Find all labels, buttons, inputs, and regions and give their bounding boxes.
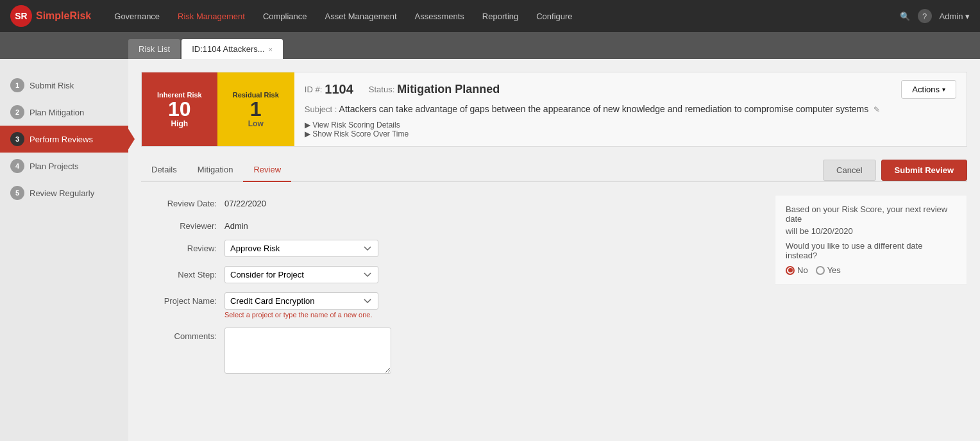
edit-icon[interactable]: ✎ xyxy=(874,105,880,114)
different-date-radio-group: No Yes xyxy=(786,265,956,275)
form-left-column: Review Date: 07/22/2020 Reviewer: Admin … xyxy=(141,195,723,383)
review-date-value: 07/22/2020 xyxy=(224,195,266,208)
next-step-row: Next Step: Consider for Project Monitor … xyxy=(141,266,723,283)
comments-label: Comments: xyxy=(141,328,224,341)
actions-button[interactable]: Actions ▾ xyxy=(901,80,956,99)
nav-right: 🔍 ? Admin ▾ xyxy=(900,9,970,23)
tab-bar: Risk List ID:1104 Attackers... × xyxy=(0,32,980,59)
review-form: Review Date: 07/22/2020 Reviewer: Admin … xyxy=(141,195,967,383)
radio-no[interactable]: No xyxy=(786,265,808,275)
sidebar-num-1: 1 xyxy=(10,78,24,92)
view-scoring-link[interactable]: ▶ View Risk Scoring Details xyxy=(305,121,956,129)
admin-menu[interactable]: Admin ▾ xyxy=(940,12,970,21)
comments-textarea[interactable] xyxy=(224,328,391,374)
tab-risk-detail[interactable]: ID:1104 Attackers... × xyxy=(182,39,283,59)
sidebar-num-4: 4 xyxy=(10,159,24,173)
nav-governance[interactable]: Governance xyxy=(106,6,167,26)
show-over-time-link[interactable]: ▶ Show Risk Score Over Time xyxy=(305,129,956,138)
nav-compliance[interactable]: Compliance xyxy=(255,6,315,26)
nav-asset-management[interactable]: Asset Management xyxy=(317,6,405,26)
tab-review[interactable]: Review xyxy=(243,160,291,182)
project-name-select[interactable]: Credit Card Encryption Project A Project… xyxy=(224,292,378,310)
sidebar-num-3: 3 xyxy=(10,132,24,146)
sidebar-item-review-regularly[interactable]: 5 Review Regularly xyxy=(0,179,128,206)
risk-id-label: ID #: xyxy=(305,85,322,94)
inherent-risk-block: Inherent Risk 10 High xyxy=(142,72,217,146)
project-name-field-wrap: Credit Card Encryption Project A Project… xyxy=(224,292,378,319)
reviewer-value: Admin xyxy=(224,217,248,231)
review-select-label: Review: xyxy=(141,240,224,253)
review-date-info: Based on your Risk Score, your next revi… xyxy=(775,195,967,285)
reviewer-row: Reviewer: Admin xyxy=(141,217,723,231)
content-tabs: Details Mitigation Review Cancel Submit … xyxy=(141,160,967,182)
risk-info: ID #: 1104 Status: Mitigation Planned Ac… xyxy=(294,72,967,146)
risk-status-value: Mitigation Planned xyxy=(397,83,500,96)
sidebar-item-plan-projects[interactable]: 4 Plan Projects xyxy=(0,153,128,179)
nav-risk-management[interactable]: Risk Management xyxy=(170,6,253,26)
form-right-column: Based on your Risk Score, your next revi… xyxy=(749,195,967,285)
review-info-line2: will be 10/20/2020 xyxy=(786,226,956,236)
content-area: Inherent Risk 10 High Residual Risk 1 Lo… xyxy=(128,59,980,441)
review-info-line3: Would you like to use a different date i… xyxy=(786,241,956,260)
sidebar-item-plan-mitigation[interactable]: 2 Plan Mitigation xyxy=(0,99,128,126)
radio-no-label: No xyxy=(797,265,808,275)
residual-risk-block: Residual Risk 1 Low xyxy=(217,72,294,146)
tab-details[interactable]: Details xyxy=(141,160,187,182)
review-select-row: Review: Approve Risk Request Mitigation … xyxy=(141,240,723,257)
radio-yes[interactable]: Yes xyxy=(816,265,841,275)
review-date-row: Review Date: 07/22/2020 xyxy=(141,195,723,208)
review-select[interactable]: Approve Risk Request Mitigation Accept R… xyxy=(224,240,378,257)
reviewer-label: Reviewer: xyxy=(141,217,224,231)
next-step-label: Next Step: xyxy=(141,266,224,279)
sidebar-num-2: 2 xyxy=(10,105,24,119)
project-name-label: Project Name: xyxy=(141,292,224,306)
risk-status-label: Status: xyxy=(369,85,394,94)
sidebar-num-5: 5 xyxy=(10,186,24,200)
sidebar: 1 Submit Risk 2 Plan Mitigation 3 Perfor… xyxy=(0,59,128,441)
cancel-button[interactable]: Cancel xyxy=(823,160,875,181)
sidebar-item-perform-reviews[interactable]: 3 Perform Reviews xyxy=(0,126,128,153)
review-date-label: Review Date: xyxy=(141,195,224,208)
radio-yes-dot xyxy=(816,266,825,275)
review-info-line1: Based on your Risk Score, your next revi… xyxy=(786,204,956,224)
radio-yes-label: Yes xyxy=(827,265,841,275)
nav-reporting[interactable]: Reporting xyxy=(475,6,526,26)
tab-mitigation[interactable]: Mitigation xyxy=(187,160,244,182)
chevron-down-icon: ▾ xyxy=(942,86,945,93)
tab-close-icon[interactable]: × xyxy=(269,46,273,53)
project-name-row: Project Name: Credit Card Encryption Pro… xyxy=(141,292,723,319)
nav-configure[interactable]: Configure xyxy=(528,6,580,26)
comments-row: Comments: xyxy=(141,328,723,374)
risk-header-card: Inherent Risk 10 High Residual Risk 1 Lo… xyxy=(141,72,967,147)
help-icon[interactable]: ? xyxy=(918,9,932,23)
radio-no-dot xyxy=(786,266,795,275)
app-logo[interactable]: SR SimpleRisk xyxy=(10,5,91,27)
nav-items: Governance Risk Management Compliance As… xyxy=(106,6,899,26)
search-icon[interactable]: 🔍 xyxy=(900,12,910,21)
logo-text: SimpleRisk xyxy=(36,10,91,22)
next-step-select[interactable]: Consider for Project Monitor Risk Accept… xyxy=(224,266,378,283)
top-navigation: SR SimpleRisk Governance Risk Management… xyxy=(0,0,980,32)
subject-value: Attackers can take advantage of gaps bet… xyxy=(339,104,869,114)
nav-assessments[interactable]: Assessments xyxy=(407,6,472,26)
submit-review-button[interactable]: Submit Review xyxy=(881,160,967,181)
main-layout: 1 Submit Risk 2 Plan Mitigation 3 Perfor… xyxy=(0,59,980,441)
tab-risk-list[interactable]: Risk List xyxy=(128,39,180,59)
risk-id-value: 1104 xyxy=(325,82,353,97)
subject-label: Subject : xyxy=(305,104,337,114)
logo-icon: SR xyxy=(10,5,32,27)
project-error-text: Select a project or type the name of a n… xyxy=(224,311,378,319)
sidebar-item-submit-risk[interactable]: 1 Submit Risk xyxy=(0,72,128,99)
